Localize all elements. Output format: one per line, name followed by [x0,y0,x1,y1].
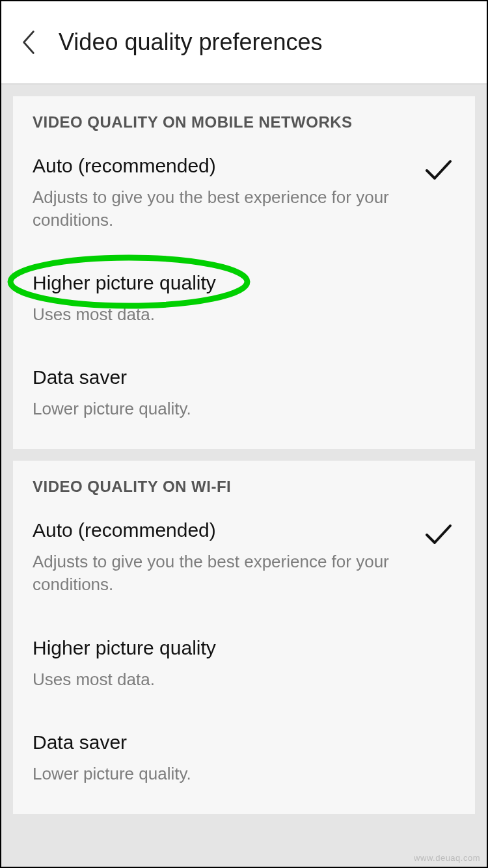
option-title: Auto (recommended) [33,155,455,177]
option-desc: Uses most data. [33,303,397,326]
section-mobile-networks: VIDEO QUALITY ON MOBILE NETWORKS Auto (r… [13,96,475,449]
option-title: Higher picture quality [33,272,455,294]
page-title: Video quality preferences [59,29,323,56]
option-auto-wifi[interactable]: Auto (recommended) Adjusts to give you t… [33,496,455,613]
option-title: Data saver [33,731,455,753]
option-title: Data saver [33,366,455,388]
option-auto-mobile[interactable]: Auto (recommended) Adjusts to give you t… [33,131,455,249]
checkmark-icon [424,159,453,182]
back-button[interactable] [16,29,42,55]
option-desc: Lower picture quality. [33,398,397,420]
section-wifi: VIDEO QUALITY ON WI-FI Auto (recommended… [13,461,475,813]
option-desc: Adjusts to give you the best experience … [33,550,397,596]
section-header: VIDEO QUALITY ON WI-FI [33,478,455,496]
option-data-saver-wifi[interactable]: Data saver Lower picture quality. [33,708,455,802]
option-title: Auto (recommended) [33,519,455,541]
header-bar: Video quality preferences [1,1,487,85]
watermark-text: www.deuaq.com [414,853,480,863]
option-title: Higher picture quality [33,637,455,659]
option-higher-quality-mobile[interactable]: Higher picture quality Uses most data. [33,249,455,343]
option-desc: Uses most data. [33,668,397,691]
checkmark-icon [424,523,453,547]
option-desc: Lower picture quality. [33,763,397,785]
option-desc: Adjusts to give you the best experience … [33,186,397,232]
chevron-left-icon [21,30,36,55]
option-higher-quality-wifi[interactable]: Higher picture quality Uses most data. [33,614,455,708]
section-header: VIDEO QUALITY ON MOBILE NETWORKS [33,113,455,131]
option-data-saver-mobile[interactable]: Data saver Lower picture quality. [33,343,455,437]
